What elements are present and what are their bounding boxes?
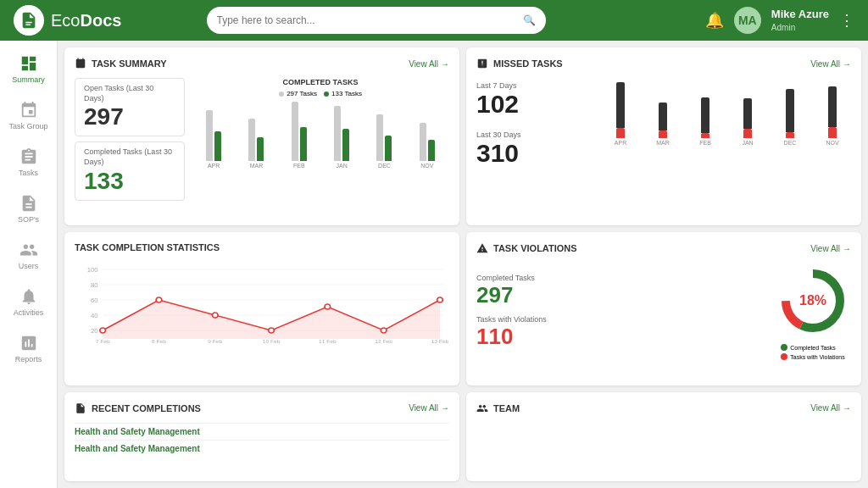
sidebar-item-sops[interactable]: SOP's bbox=[0, 187, 57, 230]
team-view-all[interactable]: View All → bbox=[810, 403, 851, 413]
search-bar[interactable]: 🔍 bbox=[207, 7, 546, 34]
team-title: TEAM bbox=[476, 402, 520, 414]
svg-text:80: 80 bbox=[91, 282, 98, 290]
missed-bar-red bbox=[701, 133, 709, 138]
search-icon: 🔍 bbox=[523, 14, 536, 26]
missed-bar-red bbox=[828, 127, 837, 138]
recent-completions-card: RECENT COMPLETIONS View All → Health and… bbox=[64, 392, 459, 481]
missed-bar-dark bbox=[659, 103, 667, 130]
svg-text:8 Feb: 8 Feb bbox=[152, 338, 166, 344]
logo: EcoDocs bbox=[14, 5, 121, 36]
missed-bar-group: NOV bbox=[814, 79, 851, 146]
task-violations-card: TASK VIOLATIONS View All → Completed Tas… bbox=[466, 232, 861, 385]
svg-text:60: 60 bbox=[91, 297, 98, 305]
bar-133 bbox=[385, 136, 392, 161]
svg-point-15 bbox=[325, 304, 331, 309]
bar-133 bbox=[300, 127, 307, 161]
search-input[interactable] bbox=[217, 14, 516, 26]
missed-tasks-card: MISSED TASKS View All → Last 7 Days 102 … bbox=[466, 47, 861, 225]
more-icon[interactable]: ⋮ bbox=[839, 11, 854, 30]
sidebar: Summary Task Group Tasks SOP's Users Act… bbox=[0, 41, 58, 488]
legend-297: 297 Tasks bbox=[279, 90, 317, 97]
svg-text:7 Feb: 7 Feb bbox=[96, 338, 110, 344]
task-summary-body: Open Tasks (Last 30 Days) 297 Completed … bbox=[75, 78, 449, 201]
task-completion-card: TASK COMPLETION STATISTICS 100 80 60 40 … bbox=[64, 232, 459, 385]
missed-bar-group: JAN bbox=[729, 79, 766, 146]
sidebar-item-activities[interactable]: Activities bbox=[0, 280, 57, 324]
svg-point-13 bbox=[212, 313, 218, 318]
sidebar-label-users: Users bbox=[19, 262, 39, 270]
last30-stat: Last 30 Days 310 bbox=[476, 127, 595, 171]
svg-point-11 bbox=[100, 328, 106, 333]
task-summary-card: TASK SUMMARY View All → Open Tasks (Last… bbox=[64, 47, 459, 225]
missed-bar-dark bbox=[828, 86, 837, 127]
user-role: Admin bbox=[771, 22, 829, 33]
legend-completed: Completed Tasks bbox=[781, 344, 844, 351]
missed-bar-red bbox=[616, 128, 625, 138]
sidebar-item-tasks[interactable]: Tasks bbox=[0, 141, 57, 184]
task-violations-view-all[interactable]: View All → bbox=[810, 244, 851, 253]
line-chart-svg: 100 80 60 40 20 bbox=[75, 261, 449, 346]
recent-completions-title: RECENT COMPLETIONS bbox=[75, 402, 201, 414]
topnav: EcoDocs 🔍 🔔 MA Mike Azure Admin ⋮ bbox=[0, 0, 868, 41]
legend-133: 133 Tasks bbox=[324, 90, 362, 97]
sidebar-label-sops: SOP's bbox=[18, 215, 39, 224]
bar-297 bbox=[292, 102, 298, 161]
completed-tasks-chart: COMPLETED TASKS 297 Tasks 133 Tasks APRM… bbox=[192, 78, 449, 201]
missed-tasks-body: Last 7 Days 102 Last 30 Days 310 APRMARF… bbox=[476, 78, 851, 171]
missed-tasks-title: MISSED TASKS bbox=[476, 58, 563, 69]
sidebar-label-taskgroup: Task Group bbox=[8, 122, 47, 130]
last30-value: 310 bbox=[476, 139, 595, 168]
svg-point-16 bbox=[381, 328, 387, 333]
bar-group: JAN bbox=[323, 102, 360, 169]
donut-section: 18% Completed Tasks Tasks with Violation… bbox=[775, 263, 851, 360]
missed-bar-group: FEB bbox=[687, 79, 724, 146]
missed-tasks-header: MISSED TASKS View All → bbox=[476, 58, 851, 69]
main-layout: Summary Task Group Tasks SOP's Users Act… bbox=[0, 41, 868, 488]
avatar: MA bbox=[734, 7, 761, 34]
missed-bar-dark bbox=[786, 89, 794, 132]
bar-297 bbox=[248, 119, 255, 161]
svg-text:100: 100 bbox=[87, 267, 98, 274]
open-tasks-value: 297 bbox=[84, 103, 175, 130]
violations-body: Completed Tasks 297 Tasks with Violation… bbox=[476, 263, 851, 360]
open-tasks-box: Open Tasks (Last 30 Days) 297 bbox=[75, 78, 185, 136]
sidebar-item-summary[interactable]: Summary bbox=[0, 47, 57, 91]
task-completion-header: TASK COMPLETION STATISTICS bbox=[75, 242, 449, 252]
recent-completions-header: RECENT COMPLETIONS View All → bbox=[75, 402, 449, 414]
sidebar-item-taskgroup[interactable]: Task Group bbox=[0, 94, 57, 137]
missed-bar-group: MAR bbox=[644, 79, 682, 146]
svg-text:12 Feb: 12 Feb bbox=[375, 338, 392, 344]
bar-group: DEC bbox=[365, 102, 403, 169]
bar-133 bbox=[257, 137, 264, 161]
task-summary-header: TASK SUMMARY View All → bbox=[75, 58, 449, 69]
completed-tasks-value: 133 bbox=[84, 168, 175, 195]
missed-tasks-view-all[interactable]: View All → bbox=[810, 59, 851, 69]
missed-bar-chart: APRMARFEBJANDECNOV bbox=[602, 78, 851, 146]
team-header: TEAM View All → bbox=[476, 402, 851, 414]
bar-group: FEB bbox=[281, 102, 318, 169]
donut-legend: Completed Tasks Tasks with Violations bbox=[781, 344, 844, 360]
bar-group: NOV bbox=[409, 102, 446, 169]
svg-text:20: 20 bbox=[91, 328, 98, 336]
vio-completed: Completed Tasks 297 bbox=[476, 274, 766, 308]
vio-violations-value: 110 bbox=[476, 324, 766, 350]
missed-bar-red bbox=[743, 129, 752, 138]
last7-value: 102 bbox=[476, 90, 595, 119]
chart-legend: 297 Tasks 133 Tasks bbox=[192, 90, 449, 97]
notification-icon[interactable]: 🔔 bbox=[705, 11, 724, 30]
recent-completions-view-all[interactable]: View All → bbox=[409, 403, 449, 413]
sidebar-item-users[interactable]: Users bbox=[0, 234, 57, 277]
svg-point-14 bbox=[269, 328, 275, 333]
svg-text:10 Feb: 10 Feb bbox=[263, 338, 281, 344]
missed-bar-dark bbox=[701, 97, 709, 133]
user-info: Mike Azure Admin bbox=[771, 8, 829, 33]
donut-percent: 18% bbox=[799, 293, 826, 308]
task-summary-view-all[interactable]: View All → bbox=[409, 59, 449, 69]
svg-text:11 Feb: 11 Feb bbox=[319, 338, 337, 344]
sidebar-item-reports[interactable]: Reports bbox=[0, 327, 57, 370]
logo-icon bbox=[14, 5, 44, 36]
svg-point-17 bbox=[437, 297, 443, 302]
list-item: Health and Safety Management bbox=[75, 423, 449, 440]
team-card: TEAM View All → bbox=[466, 392, 861, 481]
